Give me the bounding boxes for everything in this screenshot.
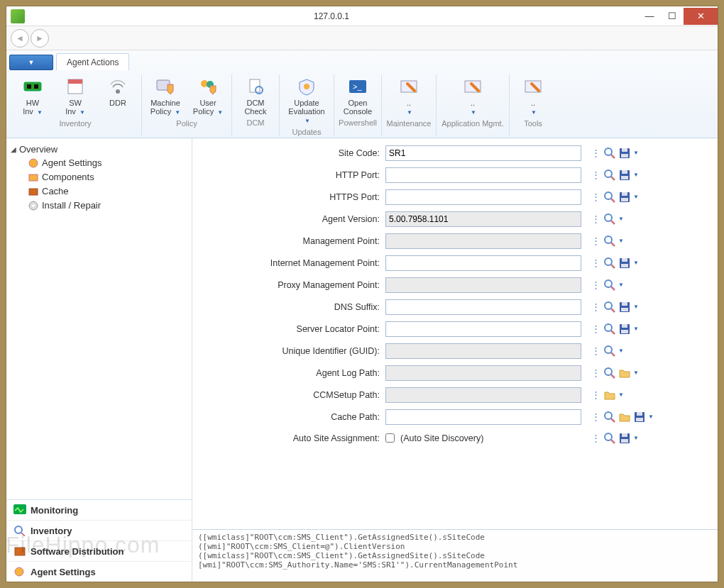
- tree-root-overview[interactable]: ◢Overview: [11, 143, 187, 156]
- sidebar: ◢Overview Agent Settings Components Cach…: [6, 138, 192, 582]
- save-icon-button[interactable]: [618, 300, 632, 314]
- machine-policy-button[interactable]: MachinePolicy ▼: [146, 74, 185, 118]
- field-input: [385, 211, 581, 227]
- save-icon-button[interactable]: [618, 322, 632, 336]
- search-icon-button[interactable]: [603, 366, 617, 380]
- nav-monitoring[interactable]: Monitoring: [6, 500, 192, 520]
- field-actions: ⋮▼: [591, 212, 625, 226]
- form-row: CCMSetup Path:⋮▼: [192, 387, 718, 403]
- save-icon-button[interactable]: [618, 431, 632, 445]
- hw-inv-button[interactable]: HWInv ▼: [13, 74, 52, 118]
- maximize-button[interactable]: ☐: [661, 8, 684, 25]
- field-actions: ⋮▼: [591, 190, 640, 204]
- tree-item-components[interactable]: Components: [11, 170, 187, 184]
- open-console-button[interactable]: >_OpenConsole: [339, 74, 377, 117]
- search-icon-button[interactable]: [603, 256, 617, 270]
- field-input[interactable]: [385, 409, 581, 425]
- folder-icon-button[interactable]: [603, 388, 617, 402]
- search-icon-button[interactable]: [603, 190, 617, 204]
- save-icon-button[interactable]: [618, 168, 632, 182]
- tab-agent-actions[interactable]: Agent Actions: [56, 53, 129, 70]
- search-icon-button[interactable]: [603, 146, 617, 160]
- dropdown-icon[interactable]: ▼: [632, 168, 640, 182]
- search-icon-button[interactable]: [603, 278, 617, 292]
- tree-item-agent-settings[interactable]: Agent Settings: [11, 156, 187, 170]
- dropdown-icon[interactable]: ▼: [618, 212, 625, 226]
- search-icon-button[interactable]: [603, 431, 617, 445]
- dropdown-icon[interactable]: ▼: [632, 300, 640, 314]
- field-input: [385, 387, 581, 403]
- search-icon-button[interactable]: [603, 212, 617, 226]
- field-input[interactable]: [385, 321, 581, 337]
- app-mgmt-button[interactable]: ..▼: [441, 74, 505, 118]
- field-input[interactable]: [385, 299, 581, 315]
- dropdown-icon[interactable]: ▼: [618, 388, 625, 402]
- dropdown-icon[interactable]: ▼: [618, 344, 625, 358]
- user-policy-button[interactable]: UserPolicy ▼: [189, 74, 227, 118]
- nav-software-distribution[interactable]: Software Distribution: [6, 540, 192, 561]
- nav-agent-settings[interactable]: Agent Settings: [6, 561, 192, 582]
- ribbon-group-powershell: >_OpenConsole Powershell: [334, 74, 382, 136]
- document-search-icon: [243, 76, 268, 97]
- search-icon-button[interactable]: [603, 344, 617, 358]
- save-icon-button[interactable]: [618, 146, 632, 160]
- save-icon-button[interactable]: [618, 190, 632, 204]
- tree-view: ◢Overview Agent Settings Components Cach…: [6, 138, 192, 499]
- search-icon-button[interactable]: [603, 322, 617, 336]
- svg-rect-62: [621, 330, 628, 333]
- dropdown-icon[interactable]: ▼: [632, 366, 640, 380]
- field-actions: ⋮▼: [591, 366, 640, 380]
- dropdown-icon[interactable]: ▼: [632, 256, 640, 270]
- svg-rect-70: [637, 412, 642, 416]
- folder-icon-button[interactable]: [618, 366, 632, 380]
- dropdown-icon[interactable]: ▼: [618, 278, 625, 292]
- field-input: [385, 343, 581, 359]
- search-icon-button[interactable]: [603, 168, 617, 182]
- field-input[interactable]: [385, 145, 581, 161]
- disc-icon: [28, 200, 39, 211]
- dropdown-icon[interactable]: ▼: [618, 234, 625, 248]
- field-input[interactable]: [385, 255, 581, 271]
- update-eval-button[interactable]: UpdateEvaluation ▼: [284, 74, 329, 126]
- auto-site-checkbox[interactable]: [385, 433, 395, 443]
- dropdown-icon[interactable]: ▼: [632, 146, 640, 160]
- svg-point-11: [304, 84, 309, 89]
- svg-point-23: [15, 526, 22, 533]
- save-icon-button[interactable]: [632, 410, 647, 424]
- sw-inv-button[interactable]: SWInv ▼: [56, 74, 94, 118]
- auto-site-text: (Auto Site Discovery): [400, 433, 483, 443]
- form-row: HTTP Port:⋮▼: [192, 167, 718, 183]
- powershell-icon: >_: [346, 76, 370, 97]
- search-icon-button[interactable]: [603, 234, 617, 248]
- field-input[interactable]: [385, 189, 581, 205]
- nav-back-button[interactable]: ◄: [11, 29, 29, 48]
- search-icon-button[interactable]: [603, 300, 617, 314]
- dropdown-icon[interactable]: ▼: [647, 410, 654, 424]
- dropdown-icon[interactable]: ▼: [632, 190, 640, 204]
- minimize-button[interactable]: —: [638, 8, 661, 25]
- save-icon-button[interactable]: [618, 256, 632, 270]
- dropdown-icon[interactable]: ▼: [632, 322, 640, 336]
- app-window: 127.0.0.1 — ☐ ✕ ◄ ► ▼ Agent Actions HWIn…: [6, 6, 718, 582]
- dcm-check-button[interactable]: DCMCheck: [236, 74, 275, 117]
- ddr-button[interactable]: DDR: [99, 74, 137, 118]
- ribbon-orb[interactable]: ▼: [9, 55, 53, 70]
- tools-button[interactable]: ..▼: [514, 74, 552, 118]
- field-label: Agent Version:: [192, 214, 385, 224]
- tree-item-install-repair[interactable]: Install / Repair: [11, 199, 187, 213]
- chip-icon: [21, 76, 45, 97]
- folder-icon-button[interactable]: [618, 410, 632, 424]
- field-input[interactable]: [385, 167, 581, 183]
- close-button[interactable]: ✕: [684, 8, 718, 25]
- page-icon: [63, 76, 87, 97]
- maintenance-button[interactable]: ..▼: [386, 74, 432, 118]
- form-row: Agent Log Path:⋮▼: [192, 365, 718, 381]
- field-input: [385, 233, 581, 249]
- nav-inventory[interactable]: Inventory: [6, 520, 192, 540]
- search-icon-button[interactable]: [603, 410, 617, 424]
- field-actions: ⋮▼: [591, 410, 654, 424]
- nav-forward-button[interactable]: ►: [31, 29, 49, 48]
- dropdown-icon[interactable]: ▼: [632, 431, 640, 445]
- tree-item-cache[interactable]: Cache: [11, 184, 187, 199]
- svg-point-65: [605, 368, 612, 375]
